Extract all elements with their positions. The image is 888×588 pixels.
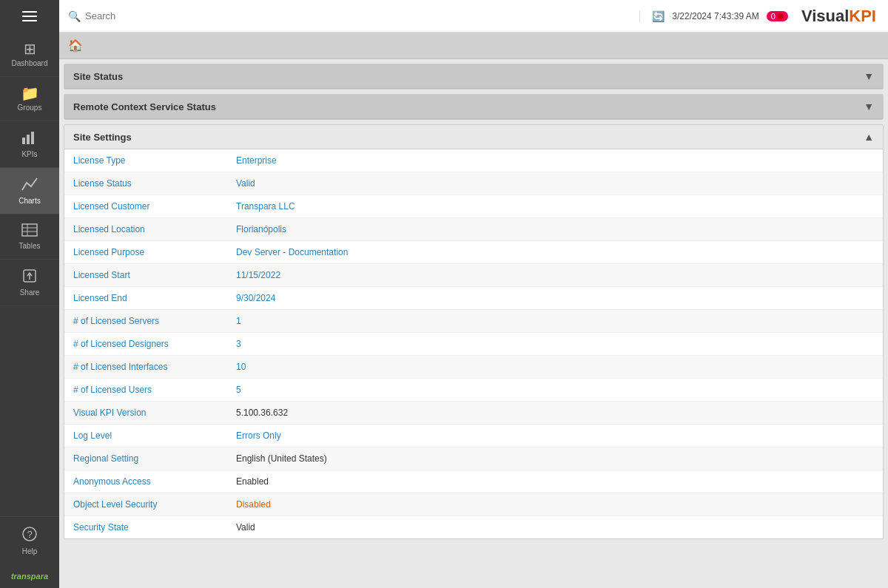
settings-body: License TypeEnterpriseLicense StatusVali… <box>64 149 883 538</box>
share-icon <box>22 268 37 285</box>
table-row: Visual KPI Version5.100.36.632 <box>64 402 883 425</box>
settings-label: Licensed Customer <box>64 195 227 217</box>
table-row: License StatusValid <box>64 172 883 195</box>
groups-icon: 📁 <box>21 86 39 101</box>
settings-value: 11/15/2022 <box>227 264 883 286</box>
settings-value: Transpara LLC <box>227 195 883 217</box>
logo-visual: Visual <box>801 7 849 25</box>
table-row: Licensed PurposeDev Server - Documentati… <box>64 241 883 264</box>
table-row: # of Licensed Interfaces10 <box>64 356 883 379</box>
alert-count: 0 <box>771 12 776 21</box>
table-row: # of Licensed Servers1 <box>64 310 883 333</box>
settings-label: Licensed End <box>64 287 227 309</box>
sidebar-label-dashboard: Dashboard <box>12 59 48 67</box>
sidebar: ⊞ Dashboard 📁 Groups KPIs Chart <box>0 33 59 588</box>
svg-rect-1 <box>27 135 30 144</box>
sidebar-brand: transpara <box>0 564 59 588</box>
kpis-icon <box>21 130 38 147</box>
settings-value: Disabled <box>227 493 883 516</box>
settings-value: English (United States) <box>227 447 883 470</box>
site-status-title: Site Status <box>73 71 123 82</box>
svg-rect-2 <box>31 132 34 144</box>
dashboard-icon: ⊞ <box>24 41 36 56</box>
site-settings-header[interactable]: Site Settings ▲ <box>64 125 883 149</box>
table-row: License TypeEnterprise <box>64 149 883 172</box>
charts-icon <box>21 177 38 194</box>
sidebar-item-help[interactable]: ? Help <box>0 516 59 564</box>
settings-value: Errors Only <box>227 425 883 447</box>
site-settings-toggle-icon[interactable]: ▲ <box>864 131 874 143</box>
refresh-icon[interactable]: 🔄 <box>652 10 665 22</box>
settings-label: Visual KPI Version <box>64 402 227 424</box>
search-input[interactable] <box>85 10 630 21</box>
settings-label: Regional Setting <box>64 447 227 470</box>
alert-dot-icon <box>778 13 784 19</box>
site-status-toggle-icon[interactable]: ▼ <box>864 70 874 82</box>
table-row: # of Licensed Users5 <box>64 379 883 402</box>
sidebar-item-share[interactable]: Share <box>0 260 59 306</box>
table-row: # of Licensed Designers3 <box>64 333 883 356</box>
sidebar-help-section: ? Help transpara <box>0 516 59 588</box>
settings-label: Licensed Start <box>64 264 227 286</box>
table-row: Log LevelErrors Only <box>64 425 883 447</box>
settings-label: Anonymous Access <box>64 470 227 493</box>
table-row: Licensed End9/30/2024 <box>64 287 883 310</box>
settings-value: Dev Server - Documentation <box>227 241 883 263</box>
table-row: Security StateValid <box>64 516 883 538</box>
remote-context-header[interactable]: Remote Context Service Status ▼ <box>64 95 883 119</box>
table-row: Anonymous AccessEnabled <box>64 470 883 493</box>
sidebar-label-help: Help <box>22 547 38 555</box>
logo-kpi: KPI <box>849 7 876 25</box>
menu-button[interactable] <box>0 0 59 33</box>
remote-context-toggle-icon[interactable]: ▼ <box>864 101 874 112</box>
sidebar-label-tables: Tables <box>19 242 41 250</box>
settings-value: Valid <box>227 172 883 195</box>
settings-label: License Status <box>64 172 227 195</box>
sidebar-item-kpis[interactable]: KPIs <box>0 121 59 168</box>
search-icon: 🔍 <box>68 10 81 22</box>
content-area: 🏠 Site Status ▼ Remote Context Service S… <box>59 33 888 588</box>
svg-text:?: ? <box>27 529 32 540</box>
settings-label: Log Level <box>64 425 227 447</box>
hamburger-icon <box>22 11 37 21</box>
settings-value: 5 <box>227 379 883 401</box>
settings-value: 9/30/2024 <box>227 287 883 309</box>
settings-label: # of Licensed Servers <box>64 310 227 332</box>
home-icon[interactable]: 🏠 <box>68 38 83 53</box>
tables-icon <box>21 223 38 239</box>
table-row: Licensed LocationFlorianópolis <box>64 218 883 241</box>
settings-value: Enterprise <box>227 149 883 172</box>
settings-value: 10 <box>227 356 883 378</box>
settings-label: Licensed Location <box>64 218 227 240</box>
sidebar-label-share: Share <box>20 288 40 297</box>
table-row: Regional SettingEnglish (United States) <box>64 447 883 470</box>
settings-value: Valid <box>227 516 883 538</box>
settings-label: # of Licensed Users <box>64 379 227 401</box>
site-settings-title: Site Settings <box>73 132 132 143</box>
sidebar-label-kpis: KPIs <box>21 150 37 158</box>
settings-value: Enabled <box>227 470 883 493</box>
sidebar-item-tables[interactable]: Tables <box>0 214 59 260</box>
svg-rect-0 <box>22 138 25 144</box>
brand-text: transpara <box>11 572 48 581</box>
remote-context-panel: Remote Context Service Status ▼ <box>64 94 884 120</box>
table-row: Object Level SecurityDisabled <box>64 493 883 516</box>
settings-label: # of Licensed Designers <box>64 333 227 355</box>
settings-label: Object Level Security <box>64 493 227 516</box>
sidebar-label-groups: Groups <box>18 104 42 112</box>
sidebar-label-charts: Charts <box>18 197 40 205</box>
table-row: Licensed Start11/15/2022 <box>64 264 883 287</box>
sidebar-item-groups[interactable]: 📁 Groups <box>0 77 59 121</box>
settings-label: # of Licensed Interfaces <box>64 356 227 378</box>
settings-label: Security State <box>64 516 227 538</box>
sidebar-item-charts[interactable]: Charts <box>0 168 59 214</box>
breadcrumb-bar: 🏠 <box>59 33 888 59</box>
site-status-header[interactable]: Site Status ▼ <box>64 64 883 89</box>
alert-badge[interactable]: 0 <box>767 11 788 21</box>
topbar-right: 🔄 3/22/2024 7:43:39 AM 0 VisualKPI <box>640 7 888 26</box>
help-icon: ? <box>21 526 38 544</box>
site-status-panel: Site Status ▼ <box>64 64 884 89</box>
app-logo: VisualKPI <box>801 7 876 26</box>
sidebar-item-dashboard[interactable]: ⊞ Dashboard <box>0 33 59 77</box>
settings-value: 5.100.36.632 <box>227 402 883 424</box>
